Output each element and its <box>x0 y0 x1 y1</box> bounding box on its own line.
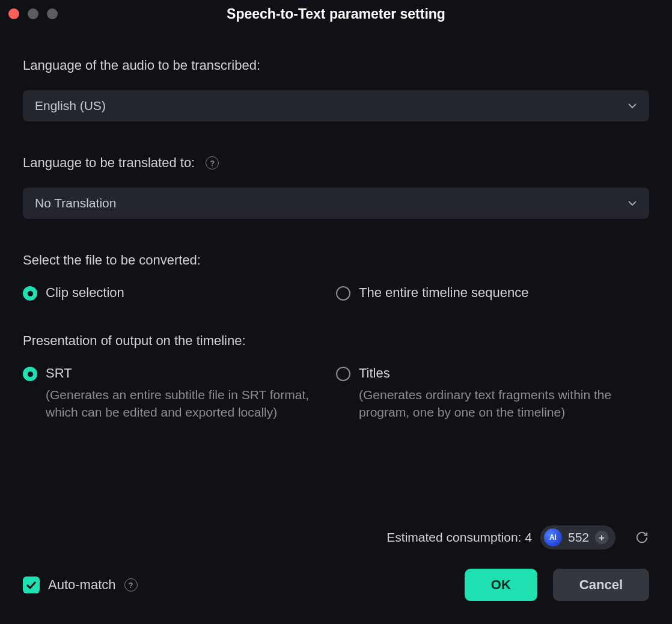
chevron-down-icon <box>628 198 637 208</box>
window-title: Speech-to-Text parameter setting <box>0 6 672 22</box>
radio-icon <box>336 286 350 301</box>
audio-language-select[interactable]: English (US) <box>23 90 649 121</box>
automatch-label: Auto-match <box>48 577 116 593</box>
radio-titles[interactable]: Titles <box>336 366 649 381</box>
automatch-checkbox[interactable]: Auto-match ? <box>23 577 138 593</box>
file-select-group: Clip selection The entire timeline seque… <box>23 285 649 301</box>
plus-icon[interactable]: + <box>595 531 608 544</box>
ai-icon: AI <box>544 528 562 546</box>
dialog-buttons: OK Cancel <box>465 569 649 601</box>
translate-language-value: No Translation <box>35 196 116 210</box>
radio-clip-label: Clip selection <box>46 285 124 301</box>
titles-description: (Generates ordinary text fragments withi… <box>359 386 623 421</box>
minimize-window-button[interactable] <box>28 8 38 19</box>
close-window-button[interactable] <box>8 8 19 19</box>
chevron-down-icon <box>628 101 637 111</box>
checkbox-icon <box>23 577 40 593</box>
file-select-label: Select the file to be converted: <box>23 252 649 268</box>
translate-language-label: Language to be translated to: ? <box>23 155 649 171</box>
ai-credits-count: 552 <box>568 530 589 545</box>
refresh-button[interactable] <box>635 530 649 545</box>
ai-credits-badge[interactable]: AI 552 + <box>540 525 615 549</box>
radio-icon <box>23 286 37 301</box>
titlebar: Speech-to-Text parameter setting <box>0 0 672 28</box>
radio-srt-label: SRT <box>46 366 72 381</box>
dialog-content: Language of the audio to be transcribed:… <box>0 28 672 624</box>
output-group: SRT (Generates an entire subtitle file i… <box>23 366 649 421</box>
consumption-label: Estimated consumption: 4 <box>386 530 532 545</box>
dialog-window: Speech-to-Text parameter setting Languag… <box>0 0 672 624</box>
radio-icon <box>336 367 350 381</box>
consumption-row: Estimated consumption: 4 AI 552 + <box>23 525 649 549</box>
window-controls <box>8 8 58 19</box>
radio-timeline-label: The entire timeline sequence <box>359 285 529 301</box>
help-icon[interactable]: ? <box>124 578 138 592</box>
radio-clip-selection[interactable]: Clip selection <box>23 285 336 301</box>
audio-language-value: English (US) <box>35 99 106 113</box>
translate-label-text: Language to be translated to: <box>23 155 195 171</box>
translate-language-select[interactable]: No Translation <box>23 188 649 219</box>
radio-titles-label: Titles <box>359 366 390 381</box>
output-label: Presentation of output on the timeline: <box>23 333 649 349</box>
radio-srt[interactable]: SRT <box>23 366 336 381</box>
action-row: Auto-match ? OK Cancel <box>23 569 649 601</box>
ok-button[interactable]: OK <box>465 569 537 601</box>
srt-description: (Generates an entire subtitle file in SR… <box>46 386 310 421</box>
audio-language-label: Language of the audio to be transcribed: <box>23 58 649 73</box>
maximize-window-button[interactable] <box>47 8 58 19</box>
dialog-footer: Estimated consumption: 4 AI 552 + Auto-m… <box>23 525 649 624</box>
radio-entire-timeline[interactable]: The entire timeline sequence <box>336 285 649 301</box>
help-icon[interactable]: ? <box>206 156 219 170</box>
cancel-button[interactable]: Cancel <box>553 569 649 601</box>
radio-icon <box>23 367 37 381</box>
